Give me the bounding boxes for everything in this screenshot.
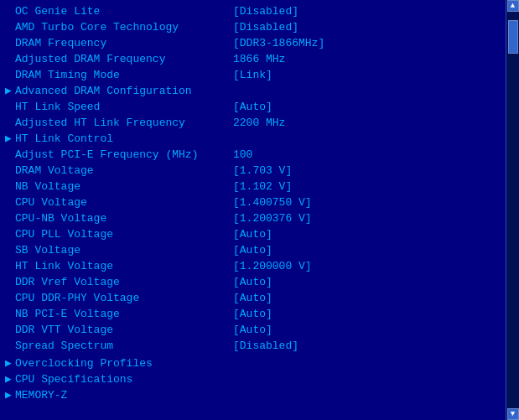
scrollbar-track[interactable] bbox=[507, 12, 519, 408]
cpu-pll-voltage-row[interactable]: CPU PLL Voltage[Auto] bbox=[5, 226, 504, 242]
cpu-nb-voltage-label: CPU-NB Voltage bbox=[15, 210, 233, 226]
dram-frequency-row[interactable]: DRAM Frequency[DDR3-1866MHz] bbox=[5, 35, 504, 51]
cpu-nb-voltage-row[interactable]: CPU-NB Voltage[1.200376 V] bbox=[5, 210, 504, 226]
bios-screen: OC Genie Lite[Disabled]AMD Turbo Core Te… bbox=[0, 0, 519, 420]
dram-frequency-value: [DDR3-1866MHz] bbox=[233, 35, 324, 51]
dram-voltage-label: DRAM Voltage bbox=[15, 163, 233, 179]
oc-genie-lite-value: [Disabled] bbox=[233, 3, 298, 19]
adv-dram-config-label: Advanced DRAM Configuration bbox=[15, 83, 233, 99]
sb-voltage-label: SB Voltage bbox=[15, 242, 233, 258]
cpu-specifications-row[interactable]: ▶ CPU Specifications bbox=[5, 371, 504, 387]
adj-pcie-freq-label: Adjust PCI-E Frequency (MHz) bbox=[15, 147, 233, 163]
adj-ht-link-freq-value: 2200 MHz bbox=[233, 115, 285, 131]
ht-link-speed-value: [Auto] bbox=[233, 99, 272, 115]
ht-link-speed-label: HT Link Speed bbox=[15, 99, 233, 115]
oc-genie-lite-label: OC Genie Lite bbox=[15, 3, 233, 19]
spread-spectrum-value: [Disabled] bbox=[233, 338, 298, 354]
cpu-nb-voltage-value: [1.200376 V] bbox=[233, 210, 312, 226]
scrollbar-thumb[interactable] bbox=[508, 20, 518, 54]
memory-z-arrow-icon: ▶ bbox=[5, 387, 15, 403]
dram-voltage-row[interactable]: DRAM Voltage[1.703 V] bbox=[5, 163, 504, 179]
dram-timing-mode-row[interactable]: DRAM Timing Mode[Link] bbox=[5, 67, 504, 83]
dram-timing-mode-value: [Link] bbox=[233, 67, 272, 83]
ht-link-speed-row[interactable]: HT Link Speed[Auto] bbox=[5, 99, 504, 115]
amd-turbo-core-value: [Disabled] bbox=[233, 19, 298, 35]
ht-link-voltage-row[interactable]: HT Link Voltage[1.200000 V] bbox=[5, 258, 504, 274]
ht-link-voltage-label: HT Link Voltage bbox=[15, 258, 233, 274]
adj-ht-link-freq-row[interactable]: Adjusted HT Link Frequency2200 MHz bbox=[5, 115, 504, 131]
amd-turbo-core-row[interactable]: AMD Turbo Core Technology[Disabled] bbox=[5, 19, 504, 35]
ddr-vtt-voltage-row[interactable]: DDR VTT Voltage[Auto] bbox=[5, 322, 504, 338]
bios-rows: OC Genie Lite[Disabled]AMD Turbo Core Te… bbox=[5, 3, 504, 354]
ddr-vref-voltage-label: DDR Vref Voltage bbox=[15, 274, 233, 290]
nb-pcie-voltage-value: [Auto] bbox=[233, 306, 272, 322]
adj-pcie-freq-value: 100 bbox=[233, 147, 252, 163]
sb-voltage-row[interactable]: SB Voltage[Auto] bbox=[5, 242, 504, 258]
adj-pcie-freq-row[interactable]: Adjust PCI-E Frequency (MHz)100 bbox=[5, 147, 504, 163]
nb-voltage-value: [1.102 V] bbox=[233, 179, 292, 194]
ddr-vref-voltage-row[interactable]: DDR Vref Voltage[Auto] bbox=[5, 274, 504, 290]
adv-dram-config-arrow-icon: ▶ bbox=[5, 83, 15, 99]
cpu-voltage-value: [1.400750 V] bbox=[233, 194, 312, 210]
ddr-vtt-voltage-value: [Auto] bbox=[233, 322, 272, 338]
overclocking-profiles-label: Overclocking Profiles bbox=[15, 355, 153, 371]
amd-turbo-core-label: AMD Turbo Core Technology bbox=[15, 19, 233, 35]
spread-spectrum-label: Spread Spectrum bbox=[15, 338, 233, 354]
scrollbar[interactable]: ▲ ▼ bbox=[506, 0, 519, 420]
cpu-ddr-phy-value: [Auto] bbox=[233, 290, 272, 306]
spread-spectrum-row[interactable]: Spread Spectrum[Disabled] bbox=[5, 338, 504, 354]
cpu-pll-voltage-value: [Auto] bbox=[233, 226, 272, 242]
ht-link-control-row[interactable]: ▶HT Link Control bbox=[5, 131, 504, 147]
sb-voltage-value: [Auto] bbox=[233, 242, 272, 258]
cpu-pll-voltage-label: CPU PLL Voltage bbox=[15, 226, 233, 242]
cpu-ddr-phy-label: CPU DDR-PHY Voltage bbox=[15, 290, 233, 306]
dram-frequency-label: DRAM Frequency bbox=[15, 35, 233, 51]
cpu-specifications-label: CPU Specifications bbox=[15, 371, 132, 387]
cpu-ddr-phy-row[interactable]: CPU DDR-PHY Voltage[Auto] bbox=[5, 290, 504, 306]
adj-ht-link-freq-label: Adjusted HT Link Frequency bbox=[15, 115, 233, 131]
dram-voltage-value: [1.703 V] bbox=[233, 163, 292, 179]
bios-bottom-items: ▶ Overclocking Profiles ▶ CPU Specificat… bbox=[5, 355, 504, 403]
adj-dram-frequency-value: 1866 MHz bbox=[233, 51, 285, 67]
ht-link-control-label: HT Link Control bbox=[15, 131, 233, 147]
cpu-voltage-row[interactable]: CPU Voltage[1.400750 V] bbox=[5, 194, 504, 210]
nb-pcie-voltage-row[interactable]: NB PCI-E Voltage[Auto] bbox=[5, 306, 504, 322]
bios-content: OC Genie Lite[Disabled]AMD Turbo Core Te… bbox=[0, 0, 506, 420]
oc-genie-lite-row[interactable]: OC Genie Lite[Disabled] bbox=[5, 3, 504, 19]
adj-dram-frequency-label: Adjusted DRAM Frequency bbox=[15, 51, 233, 67]
memory-z-row[interactable]: ▶ MEMORY-Z bbox=[5, 387, 504, 403]
nb-voltage-row[interactable]: NB Voltage[1.102 V] bbox=[5, 179, 504, 194]
nb-pcie-voltage-label: NB PCI-E Voltage bbox=[15, 306, 233, 322]
cpu-spec-arrow-icon: ▶ bbox=[5, 371, 15, 387]
cpu-voltage-label: CPU Voltage bbox=[15, 194, 233, 210]
dram-timing-mode-label: DRAM Timing Mode bbox=[15, 67, 233, 83]
ht-link-voltage-value: [1.200000 V] bbox=[233, 258, 312, 274]
profiles-arrow-icon: ▶ bbox=[5, 355, 15, 371]
ht-link-control-arrow-icon: ▶ bbox=[5, 131, 15, 147]
ddr-vref-voltage-value: [Auto] bbox=[233, 274, 272, 290]
adj-dram-frequency-row[interactable]: Adjusted DRAM Frequency1866 MHz bbox=[5, 51, 504, 67]
memory-z-label: MEMORY-Z bbox=[15, 387, 67, 403]
ddr-vtt-voltage-label: DDR VTT Voltage bbox=[15, 322, 233, 338]
scrollbar-up-arrow[interactable]: ▲ bbox=[507, 0, 519, 12]
overclocking-profiles-row[interactable]: ▶ Overclocking Profiles bbox=[5, 355, 504, 371]
adv-dram-config-row[interactable]: ▶Advanced DRAM Configuration bbox=[5, 83, 504, 99]
nb-voltage-label: NB Voltage bbox=[15, 179, 233, 194]
scrollbar-down-arrow[interactable]: ▼ bbox=[507, 408, 519, 420]
